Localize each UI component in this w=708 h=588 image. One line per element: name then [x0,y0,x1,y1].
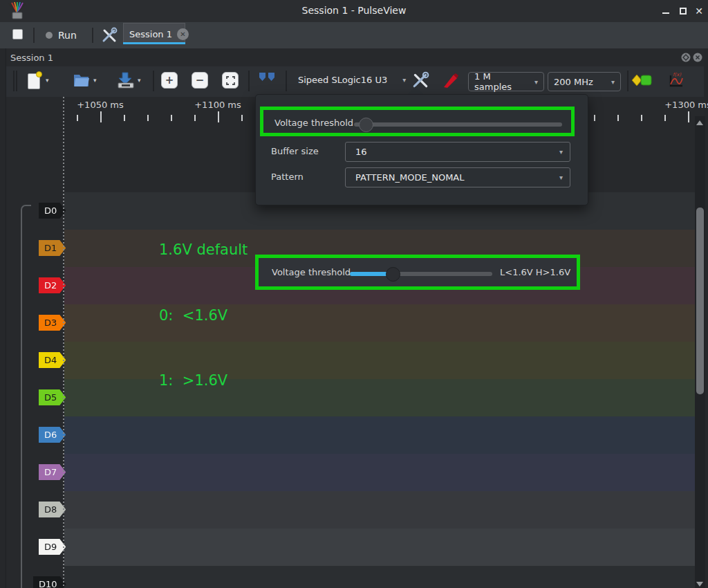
channel-flag-d0[interactable]: D0 [39,203,66,219]
slider-fill [350,272,390,276]
window-title: Session 1 - PulseView [0,5,708,16]
voltage-threshold-highlight-popup: Voltage threshold [260,107,575,136]
tab-close-icon[interactable]: ✕ [177,28,189,40]
close-button[interactable]: ✕ [693,6,705,16]
session-dock: Session 1 ▾ ▾ ▾ + [6,48,704,588]
voltage-threshold-label: Voltage threshold [274,118,353,128]
dock-title: Session 1 [10,53,53,63]
channel-flag-d1[interactable]: D1 [39,240,66,256]
tab-active-underline [123,42,185,44]
ruler-minor-tick [617,115,619,121]
pattern-arrow: ▾ [559,174,563,181]
ruler-time-label: +1100 ms [194,100,241,110]
header-trace-divider [63,97,64,588]
buffer-size-label: Buffer size [271,146,319,156]
buffer-size-arrow: ▾ [559,148,563,156]
ruler-minor-tick [664,115,666,121]
voltage-threshold-highlight: Voltage threshold L<1.6V H>1.6V [255,255,580,290]
new-file-dropdown-arrow[interactable]: ▾ [46,77,49,84]
tab-session-1[interactable]: Session 1 ✕ [123,23,185,44]
slider-handle[interactable] [386,267,400,282]
channel-flag-d6[interactable]: D6 [39,427,66,443]
maximize-button[interactable] [678,6,689,16]
separator [13,71,15,91]
scrollbar-thumb[interactable] [696,208,704,394]
ruler-minor-tick [171,115,172,121]
trace-row-d7 [64,454,695,491]
voltage-threshold-slider[interactable] [354,122,562,127]
separator [33,28,35,43]
annotation-line-3: 1: >1.6V [159,370,248,392]
ruler-time-label: +1050 ms [77,100,124,110]
pattern-label: Pattern [271,172,304,182]
ruler-major-tick [218,111,219,122]
voltage-threshold-label: Voltage threshold [272,267,351,277]
threshold-range-text: L<1.6V H>1.6V [500,267,570,277]
new-session-button[interactable] [12,29,23,39]
tab-label: Session 1 [129,29,172,39]
run-state-icon [46,32,53,39]
device-config-popup: Voltage threshold Buffer size 16 ▾ Patte… [255,94,588,205]
run-button[interactable]: Run [41,26,81,44]
ruler-minor-tick [641,115,642,121]
ruler-minor-tick [241,115,243,121]
channel-flag-d2[interactable]: D2 [39,277,66,293]
run-button-label: Run [58,30,77,41]
channel-flag-d9[interactable]: D9 [39,539,66,555]
channel-flag-d7[interactable]: D7 [39,464,66,480]
ruler-time-label: +1300 ms [664,100,708,110]
trace-row-d8 [64,491,695,529]
title-bar: Session 1 - PulseView ✕ [0,0,708,22]
settings-wrench-icon[interactable] [101,27,118,44]
vertical-scrollbar[interactable] [695,116,705,588]
slider-handle[interactable] [359,118,373,132]
channel-flag-d3[interactable]: D3 [39,315,66,331]
pattern-value: PATTERN_MODE_NOMAL [355,172,465,183]
ruler-minor-tick [77,115,78,121]
trace-row-d10 [64,566,695,588]
channel-flag-d5[interactable]: D5 [39,389,66,405]
ruler-minor-tick [194,115,196,121]
pattern-select[interactable]: PATTERN_MODE_NOMAL ▾ [345,167,570,187]
threshold-annotation-text: 1.6V default 0: <1.6V 1: >1.6V [159,196,248,436]
separator [16,71,17,91]
annotation-line-1: 1.6V default [159,239,248,261]
new-file-button[interactable] [26,72,42,90]
ruler-minor-tick [147,115,149,121]
new-file-badge [36,71,42,77]
scrollbar-up-arrow[interactable] [696,120,703,125]
annotation-line-2: 0: <1.6V [159,305,248,327]
channel-flag-d10[interactable]: D10 [33,576,66,588]
buffer-size-select[interactable]: 16 ▾ [345,142,570,162]
channel-flag-d4[interactable]: D4 [39,352,66,368]
ruler-minor-tick [124,115,125,121]
ruler-minor-tick [594,115,595,121]
trace-row-d9 [64,529,695,566]
ruler-major-tick [688,111,689,122]
minimize-button[interactable] [660,6,671,16]
ruler-major-tick [100,111,102,122]
channel-flag-d8[interactable]: D8 [39,502,66,517]
buffer-size-value: 16 [355,147,367,157]
separator [92,28,93,43]
channel-group-bracket[interactable] [21,205,31,588]
scrollbar-down-arrow[interactable] [696,582,703,587]
